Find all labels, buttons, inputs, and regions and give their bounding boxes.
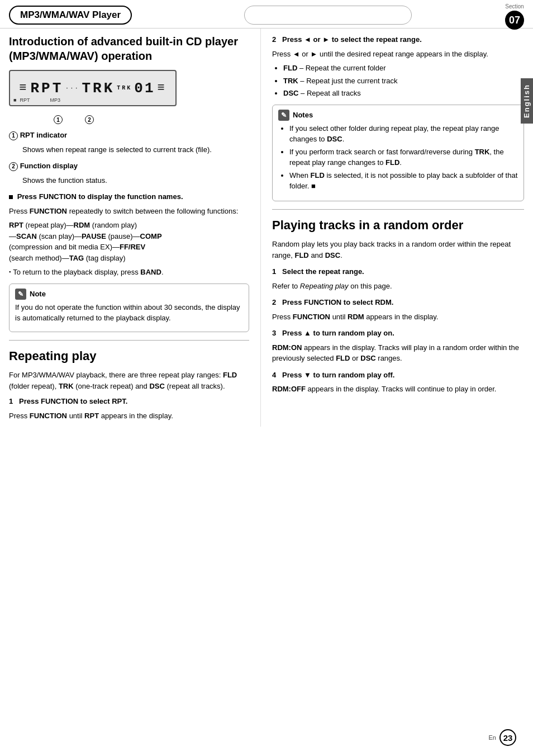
step2-heading: 2 Press ◄ or ► to select the repeat rang… <box>272 34 524 45</box>
display-small-icons: ■ RPT MP3 <box>13 97 60 103</box>
left-column: Introduction of advanced built-in CD pla… <box>9 29 260 427</box>
english-sidebar: English <box>521 78 533 124</box>
bullet-icon <box>9 195 13 199</box>
rstep1-body: Refer to Repeating play on this page. <box>272 281 524 292</box>
page-number: 23 <box>499 729 516 746</box>
section-box: Section 07 <box>505 3 524 30</box>
display-mockup: ≡ RPT ··· TRK TRK 01 ≡ ■ RPT MP3 <box>9 70 177 106</box>
callout-2-marker: 2 <box>85 115 94 124</box>
rstep1-heading: 1 Select the repeat range. <box>272 266 524 277</box>
return-bullet: ▪ <box>9 268 11 276</box>
header-middle <box>132 6 524 25</box>
callout-1-desc: Shows when repeat range is selected to c… <box>22 144 249 155</box>
page-header: MP3/WMA/WAV Player Section 07 <box>0 0 533 29</box>
note-box-single: ✎ Note If you do not operate the functio… <box>9 284 249 332</box>
random-intro: Random play lets you play back tracks in… <box>272 239 524 261</box>
callout-2-label: 2 Function display <box>9 160 249 172</box>
display-text: ≡ RPT ··· TRK TRK 01 ≡ <box>19 80 166 97</box>
callout-1-label: 1 RPT indicator <box>9 130 249 141</box>
notes-list: If you select other folder during repeat… <box>289 123 518 192</box>
rstep1: 1 Select the repeat range. Refer to Repe… <box>272 266 524 291</box>
press-function-heading: Press FUNCTION to display the function n… <box>9 191 249 202</box>
divider-2 <box>272 209 524 210</box>
return-note: ▪ To return to the playback display, pre… <box>9 267 249 278</box>
step-1: 1 Press FUNCTION to select RPT. Press FU… <box>9 396 249 424</box>
note-header-single: ✎ Note <box>15 289 243 300</box>
step2-item-fld: FLD – Repeat the current folder <box>283 63 524 74</box>
section-label: Section <box>505 3 524 10</box>
step2-body: Press ◄ or ► until the desired repeat ra… <box>272 49 524 60</box>
callout-row: 1 2 <box>54 115 249 124</box>
step1-body: Press FUNCTION until RPT appears in the … <box>9 410 249 422</box>
right-column: 2 Press ◄ or ► to select the repeat rang… <box>260 29 524 427</box>
note-item-3: When FLD is selected, it is not possible… <box>289 170 518 192</box>
rstep3: 3 Press ▲ to turn random play on. RDM:ON… <box>272 328 524 364</box>
note-item-1: If you select other folder during repeat… <box>289 123 518 145</box>
rstep4: 4 Press ▼ to turn random play off. RDM:O… <box>272 370 524 395</box>
section-number: 07 <box>505 11 524 30</box>
note-item-2: If you perform track search or fast forw… <box>289 147 518 168</box>
rstep2-heading: 2 Press FUNCTION to select RDM. <box>272 297 524 308</box>
rstep4-body: RDM:OFF appears in the display. Tracks w… <box>272 384 524 395</box>
intro-title: Introduction of advanced built-in CD pla… <box>9 34 249 63</box>
step1-heading: 1 Press FUNCTION to select RPT. <box>9 396 249 407</box>
callout-1-marker: 1 <box>54 115 63 124</box>
main-content: Introduction of advanced built-in CD pla… <box>0 29 533 427</box>
notes-icon: ✎ <box>278 110 289 121</box>
repeating-intro: For MP3/WMA/WAV playback, there are thre… <box>9 370 249 391</box>
notes-box: ✎ Notes If you select other folder durin… <box>272 105 524 201</box>
step2-list: FLD – Repeat the current folder TRK – Re… <box>283 63 524 99</box>
page-footer: En 23 <box>489 729 516 746</box>
rstep3-body: RDM:ON appears in the display. Tracks wi… <box>272 342 524 364</box>
callout-2-desc: Shows the function status. <box>22 175 249 186</box>
function-list: RPT (repeat play)—RDM (random play) —SCA… <box>9 220 249 263</box>
rstep2: 2 Press FUNCTION to select RDM. Press FU… <box>272 297 524 322</box>
repeating-title: Repeating play <box>9 348 249 365</box>
header-decorative-box <box>244 6 412 25</box>
step2-item-trk: TRK – Repeat just the current track <box>283 75 524 87</box>
random-title: Playing tracks in a random order <box>272 218 524 234</box>
divider-1 <box>9 340 249 341</box>
note-body-single: If you do not operate the function withi… <box>15 302 243 324</box>
footer-en-label: En <box>489 734 496 741</box>
page-title: MP3/WMA/WAV Player <box>9 6 132 25</box>
step2-item-dsc: DSC – Repeat all tracks <box>283 88 524 99</box>
rstep3-heading: 3 Press ▲ to turn random play on. <box>272 328 524 339</box>
rstep2-body: Press FUNCTION until RDM appears in the … <box>272 311 524 323</box>
rstep4-heading: 4 Press ▼ to turn random play off. <box>272 370 524 381</box>
notes-header: ✎ Notes <box>278 110 518 121</box>
note-icon-single: ✎ <box>15 289 26 300</box>
press-function-body: Press FUNCTION repeatedly to switch betw… <box>9 206 249 217</box>
